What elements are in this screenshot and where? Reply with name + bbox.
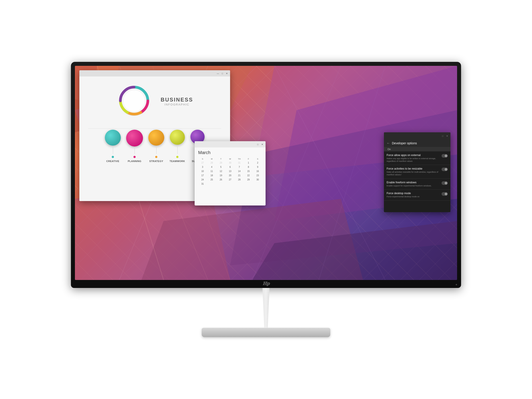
developer-options-window: □ ✕ ← Developer options On Force allow a… <box>384 132 450 212</box>
cal-header-t1: T <box>216 157 225 160</box>
dev-option-desc-1: Makes any app eligible to be written to … <box>386 157 440 163</box>
cal-day[interactable]: 20 <box>226 174 234 177</box>
bubble-dot <box>133 156 136 158</box>
dev-option-4: Force desktop mode Force experimental de… <box>384 190 450 201</box>
cal-day[interactable]: 7 <box>235 165 244 169</box>
dev-on-badge: On <box>384 147 450 151</box>
dev-maximize-button[interactable]: □ <box>441 134 444 137</box>
calendar-maximize-button[interactable]: □ <box>256 143 259 146</box>
cal-day[interactable]: 22 <box>244 174 253 177</box>
cal-day[interactable]: 15 <box>244 169 253 173</box>
dev-header: ← Developer options <box>384 139 450 147</box>
bubble-planning: PLANNING <box>126 130 143 163</box>
cal-day[interactable]: 14 <box>235 169 244 173</box>
dev-option-title-2: Force activities to be resizable <box>386 167 440 170</box>
cal-day <box>235 182 244 186</box>
cal-day[interactable]: 1 <box>244 161 253 165</box>
calendar-month-label: March <box>198 150 262 155</box>
cal-day[interactable]: 24 <box>198 178 207 182</box>
bubble-creative: CREATIVE <box>105 130 121 163</box>
cal-day[interactable]: 30 <box>253 178 262 182</box>
cal-day[interactable]: 31 <box>198 182 207 186</box>
bubble-label-planning: PLANNING <box>128 160 141 163</box>
cal-day[interactable]: 6 <box>226 165 234 169</box>
cal-day <box>207 182 216 186</box>
toggle-switch-2[interactable] <box>442 168 448 171</box>
dev-option-1: Force allow apps on external Makes any a… <box>384 151 450 165</box>
toggle-knob-4 <box>445 193 447 195</box>
bubble-label-strategy: STRATEGY <box>149 160 163 163</box>
cal-day[interactable]: 9 <box>253 165 262 169</box>
dev-option-3: Enable freeform windows Enable support f… <box>384 179 450 190</box>
infographic-titlebar: — □ ✕ <box>79 70 230 76</box>
cal-day[interactable]: 2 <box>253 161 262 165</box>
cal-day[interactable]: 3 <box>198 165 207 169</box>
close-button[interactable]: ✕ <box>225 72 228 75</box>
dev-back-button[interactable]: ← <box>386 141 390 145</box>
maximize-button[interactable]: □ <box>221 72 224 75</box>
bubble-line <box>177 146 177 154</box>
cal-day[interactable]: 10 <box>198 169 207 173</box>
monitor-screen: — □ ✕ <box>75 66 457 280</box>
cal-header-s2: S <box>253 157 262 160</box>
bubble-strategy: STRATEGY <box>148 130 164 163</box>
cal-header-th: TH <box>235 157 244 160</box>
cal-day[interactable]: 11 <box>207 169 216 173</box>
cal-day[interactable]: 12 <box>216 169 225 173</box>
cal-day[interactable]: 18 <box>207 174 216 177</box>
cal-day <box>216 182 225 186</box>
cal-day[interactable]: 27 <box>226 178 234 182</box>
cal-day <box>226 182 234 186</box>
dev-option-desc-4: Force experimental desktop mode on <box>386 196 440 198</box>
dev-titlebar: □ ✕ <box>384 132 450 139</box>
cal-day[interactable]: 19 <box>216 174 225 177</box>
cal-day[interactable]: 8 <box>244 165 253 169</box>
cal-day <box>244 182 253 186</box>
calendar-window: □ ✕ March S M T W TH F S 27 <box>195 141 266 205</box>
bubble-teamwork-circle <box>170 130 185 145</box>
cal-day[interactable]: 30 <box>226 161 234 165</box>
cal-header-s1: S <box>198 157 207 160</box>
cal-day[interactable]: 17 <box>198 174 207 177</box>
bubble-planning-circle <box>126 130 143 146</box>
toggle-switch-1[interactable] <box>442 154 448 158</box>
minimize-button[interactable]: — <box>216 72 219 75</box>
svg-point-19 <box>123 90 145 112</box>
cal-day[interactable]: 25 <box>207 178 216 182</box>
cal-day[interactable]: 29 <box>216 161 225 165</box>
cal-day <box>253 182 262 186</box>
cal-day[interactable]: 28 <box>235 178 244 182</box>
dev-title-label: Developer options <box>392 141 417 145</box>
cal-day[interactable]: 16 <box>253 169 262 173</box>
infographic-title: BUSINESS INFOGRAPHIC <box>161 97 193 106</box>
dev-option-title-3: Enable freeform windows <box>386 181 440 184</box>
cal-day[interactable]: 23 <box>253 174 262 177</box>
cal-day[interactable]: 28 <box>207 161 216 165</box>
toggle-switch-4[interactable] <box>442 192 448 196</box>
toggle-switch-3[interactable] <box>442 181 448 185</box>
infographic-ring-container <box>116 83 152 119</box>
cal-day[interactable]: 31 <box>235 161 244 165</box>
cal-header-w: W <box>226 157 234 160</box>
calendar-content: March S M T W TH F S 27 28 29 3 <box>195 147 266 188</box>
cal-day[interactable]: 26 <box>216 178 225 182</box>
toggle-knob-2 <box>445 168 447 171</box>
dev-option-2: Force activities to be resizable Make al… <box>384 165 450 178</box>
dev-close-button[interactable]: ✕ <box>446 134 449 137</box>
calendar-close-button[interactable]: ✕ <box>261 143 264 146</box>
calendar-grid: S M T W TH F S 27 28 29 30 31 1 <box>198 157 262 186</box>
infographic-bubbles: CREATIVE PLANNING <box>105 130 205 163</box>
toggle-knob-3 <box>445 182 447 184</box>
cal-day[interactable]: 4 <box>207 165 216 169</box>
cal-day[interactable]: 13 <box>226 169 234 173</box>
bubble-teamwork: TEAMWORK <box>170 130 185 163</box>
bubble-line <box>113 147 113 154</box>
cal-day[interactable]: 29 <box>244 178 253 182</box>
cal-day[interactable]: 5 <box>216 165 225 169</box>
cal-header-f: F <box>244 157 253 160</box>
dev-option-title-4: Force desktop mode <box>386 192 440 195</box>
cal-day[interactable]: 27 <box>198 161 207 165</box>
bubble-strategy-circle <box>148 130 164 146</box>
cal-day[interactable]: 21 <box>235 174 244 177</box>
calendar-titlebar: □ ✕ <box>195 141 266 147</box>
